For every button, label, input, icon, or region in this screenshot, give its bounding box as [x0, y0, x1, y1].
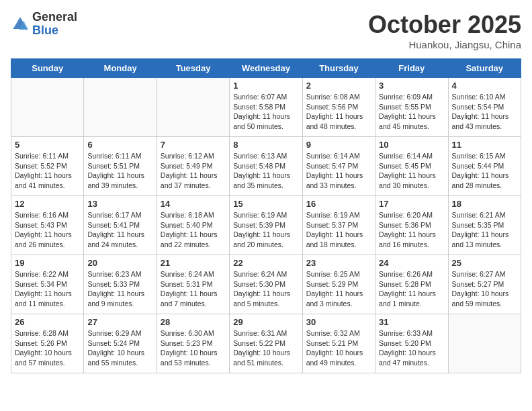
- day-number: 23: [306, 258, 371, 268]
- day-number: 7: [161, 140, 226, 150]
- day-info: Sunrise: 6:07 AM Sunset: 5:58 PM Dayligh…: [233, 92, 298, 132]
- day-info: Sunrise: 6:12 AM Sunset: 5:49 PM Dayligh…: [161, 151, 226, 191]
- day-number: 21: [161, 258, 226, 268]
- weekday-header: Tuesday: [157, 59, 229, 78]
- calendar-day-cell: 21Sunrise: 6:24 AM Sunset: 5:31 PM Dayli…: [157, 255, 229, 314]
- day-number: 28: [161, 317, 226, 327]
- day-number: 4: [452, 81, 517, 91]
- day-info: Sunrise: 6:10 AM Sunset: 5:54 PM Dayligh…: [452, 92, 517, 132]
- day-info: Sunrise: 6:14 AM Sunset: 5:47 PM Dayligh…: [306, 151, 371, 191]
- day-info: Sunrise: 6:18 AM Sunset: 5:40 PM Dayligh…: [161, 210, 226, 250]
- day-number: 6: [87, 140, 152, 150]
- weekday-header: Monday: [84, 59, 157, 78]
- day-number: 20: [87, 258, 152, 268]
- calendar-day-cell: 24Sunrise: 6:26 AM Sunset: 5:28 PM Dayli…: [375, 255, 448, 314]
- title-block: October 2025 Huankou, Jiangsu, China: [368, 11, 521, 50]
- day-number: 16: [306, 199, 371, 209]
- day-number: 3: [379, 81, 444, 91]
- day-number: 27: [87, 317, 152, 327]
- day-number: 18: [452, 199, 517, 209]
- day-number: 25: [452, 258, 517, 268]
- calendar-day-cell: 2Sunrise: 6:08 AM Sunset: 5:56 PM Daylig…: [302, 78, 375, 137]
- day-number: 1: [233, 81, 298, 91]
- weekday-header: Friday: [375, 59, 448, 78]
- calendar-day-cell: [11, 78, 84, 137]
- calendar-day-cell: 8Sunrise: 6:13 AM Sunset: 5:48 PM Daylig…: [230, 137, 302, 196]
- location-subtitle: Huankou, Jiangsu, China: [368, 39, 521, 50]
- day-info: Sunrise: 6:11 AM Sunset: 5:51 PM Dayligh…: [87, 151, 152, 191]
- calendar-day-cell: [84, 78, 157, 137]
- day-number: 29: [233, 317, 298, 327]
- page-header: General Blue October 2025 Huankou, Jiang…: [11, 11, 521, 50]
- calendar-day-cell: 17Sunrise: 6:20 AM Sunset: 5:36 PM Dayli…: [375, 196, 448, 255]
- calendar-day-cell: 14Sunrise: 6:18 AM Sunset: 5:40 PM Dayli…: [157, 196, 229, 255]
- logo: General Blue: [11, 11, 77, 38]
- calendar-day-cell: 19Sunrise: 6:22 AM Sunset: 5:34 PM Dayli…: [11, 255, 84, 314]
- weekday-header: Wednesday: [230, 59, 302, 78]
- logo-icon: [11, 15, 30, 34]
- day-number: 19: [15, 258, 80, 268]
- calendar-day-cell: 15Sunrise: 6:19 AM Sunset: 5:39 PM Dayli…: [230, 196, 302, 255]
- day-number: 22: [233, 258, 298, 268]
- calendar-day-cell: 5Sunrise: 6:11 AM Sunset: 5:52 PM Daylig…: [11, 137, 84, 196]
- day-info: Sunrise: 6:11 AM Sunset: 5:52 PM Dayligh…: [15, 151, 80, 191]
- day-info: Sunrise: 6:19 AM Sunset: 5:37 PM Dayligh…: [306, 210, 371, 250]
- day-info: Sunrise: 6:22 AM Sunset: 5:34 PM Dayligh…: [15, 269, 80, 309]
- calendar-day-cell: 18Sunrise: 6:21 AM Sunset: 5:35 PM Dayli…: [448, 196, 521, 255]
- day-info: Sunrise: 6:28 AM Sunset: 5:26 PM Dayligh…: [15, 328, 80, 368]
- day-number: 24: [379, 258, 444, 268]
- day-info: Sunrise: 6:32 AM Sunset: 5:21 PM Dayligh…: [306, 328, 371, 368]
- calendar-day-cell: [448, 314, 521, 373]
- day-info: Sunrise: 6:26 AM Sunset: 5:28 PM Dayligh…: [379, 269, 444, 309]
- calendar-table: SundayMondayTuesdayWednesdayThursdayFrid…: [11, 58, 521, 373]
- calendar-day-cell: 30Sunrise: 6:32 AM Sunset: 5:21 PM Dayli…: [302, 314, 375, 373]
- day-number: 15: [233, 199, 298, 209]
- calendar-day-cell: 26Sunrise: 6:28 AM Sunset: 5:26 PM Dayli…: [11, 314, 84, 373]
- calendar-week-row: 5Sunrise: 6:11 AM Sunset: 5:52 PM Daylig…: [11, 137, 521, 196]
- calendar-day-cell: 13Sunrise: 6:17 AM Sunset: 5:41 PM Dayli…: [84, 196, 157, 255]
- day-number: 8: [233, 140, 298, 150]
- logo-blue: Blue: [32, 24, 58, 37]
- day-info: Sunrise: 6:19 AM Sunset: 5:39 PM Dayligh…: [233, 210, 298, 250]
- day-info: Sunrise: 6:17 AM Sunset: 5:41 PM Dayligh…: [87, 210, 152, 250]
- month-title: October 2025: [368, 11, 521, 39]
- calendar-day-cell: [157, 78, 229, 137]
- calendar-day-cell: 7Sunrise: 6:12 AM Sunset: 5:49 PM Daylig…: [157, 137, 229, 196]
- day-info: Sunrise: 6:33 AM Sunset: 5:20 PM Dayligh…: [379, 328, 444, 368]
- weekday-header: Thursday: [302, 59, 375, 78]
- calendar-day-cell: 1Sunrise: 6:07 AM Sunset: 5:58 PM Daylig…: [230, 78, 302, 137]
- day-info: Sunrise: 6:27 AM Sunset: 5:27 PM Dayligh…: [452, 269, 517, 309]
- calendar-day-cell: 9Sunrise: 6:14 AM Sunset: 5:47 PM Daylig…: [302, 137, 375, 196]
- calendar-day-cell: 28Sunrise: 6:30 AM Sunset: 5:23 PM Dayli…: [157, 314, 229, 373]
- calendar-day-cell: 12Sunrise: 6:16 AM Sunset: 5:43 PM Dayli…: [11, 196, 84, 255]
- calendar-header-row: SundayMondayTuesdayWednesdayThursdayFrid…: [11, 59, 521, 78]
- day-number: 13: [87, 199, 152, 209]
- day-number: 31: [379, 317, 444, 327]
- calendar-day-cell: 23Sunrise: 6:25 AM Sunset: 5:29 PM Dayli…: [302, 255, 375, 314]
- day-number: 12: [15, 199, 80, 209]
- day-info: Sunrise: 6:09 AM Sunset: 5:55 PM Dayligh…: [379, 92, 444, 132]
- day-number: 14: [161, 199, 226, 209]
- calendar-day-cell: 25Sunrise: 6:27 AM Sunset: 5:27 PM Dayli…: [448, 255, 521, 314]
- logo-text: General Blue: [32, 11, 77, 38]
- calendar-day-cell: 3Sunrise: 6:09 AM Sunset: 5:55 PM Daylig…: [375, 78, 448, 137]
- day-number: 30: [306, 317, 371, 327]
- day-info: Sunrise: 6:25 AM Sunset: 5:29 PM Dayligh…: [306, 269, 371, 309]
- calendar-day-cell: 27Sunrise: 6:29 AM Sunset: 5:24 PM Dayli…: [84, 314, 157, 373]
- day-info: Sunrise: 6:14 AM Sunset: 5:45 PM Dayligh…: [379, 151, 444, 191]
- day-info: Sunrise: 6:31 AM Sunset: 5:22 PM Dayligh…: [233, 328, 298, 368]
- calendar-week-row: 12Sunrise: 6:16 AM Sunset: 5:43 PM Dayli…: [11, 196, 521, 255]
- weekday-header: Sunday: [11, 59, 84, 78]
- day-info: Sunrise: 6:21 AM Sunset: 5:35 PM Dayligh…: [452, 210, 517, 250]
- calendar-day-cell: 10Sunrise: 6:14 AM Sunset: 5:45 PM Dayli…: [375, 137, 448, 196]
- day-info: Sunrise: 6:30 AM Sunset: 5:23 PM Dayligh…: [161, 328, 226, 368]
- calendar-week-row: 26Sunrise: 6:28 AM Sunset: 5:26 PM Dayli…: [11, 314, 521, 373]
- day-info: Sunrise: 6:24 AM Sunset: 5:30 PM Dayligh…: [233, 269, 298, 309]
- day-info: Sunrise: 6:24 AM Sunset: 5:31 PM Dayligh…: [161, 269, 226, 309]
- calendar-day-cell: 29Sunrise: 6:31 AM Sunset: 5:22 PM Dayli…: [230, 314, 302, 373]
- calendar-day-cell: 4Sunrise: 6:10 AM Sunset: 5:54 PM Daylig…: [448, 78, 521, 137]
- calendar-day-cell: 16Sunrise: 6:19 AM Sunset: 5:37 PM Dayli…: [302, 196, 375, 255]
- calendar-day-cell: 20Sunrise: 6:23 AM Sunset: 5:33 PM Dayli…: [84, 255, 157, 314]
- calendar-day-cell: 11Sunrise: 6:15 AM Sunset: 5:44 PM Dayli…: [448, 137, 521, 196]
- day-number: 5: [15, 140, 80, 150]
